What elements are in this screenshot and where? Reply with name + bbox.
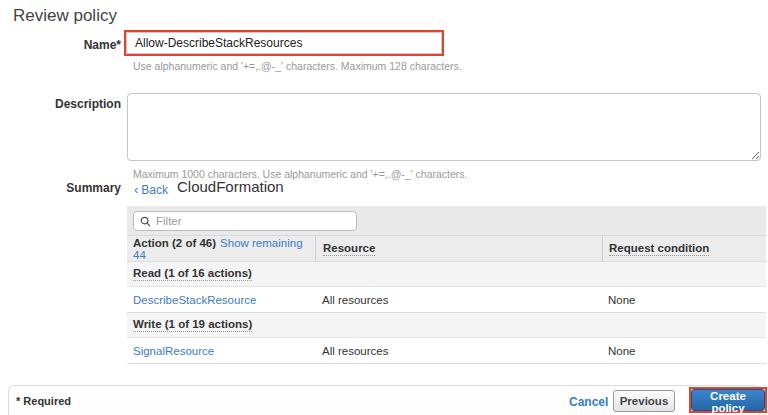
chevron-left-icon: ‹	[134, 182, 138, 197]
service-name: CloudFormation	[177, 178, 284, 195]
table-row: DescribeStackResource All resources None	[127, 286, 766, 312]
filter-strip	[127, 206, 766, 235]
resource-cell: All resources	[315, 345, 602, 357]
description-textarea[interactable]	[127, 93, 761, 161]
search-icon	[140, 216, 151, 227]
annotation-box-create-button: Create policy	[689, 387, 767, 413]
summary-label: Summary	[0, 181, 121, 195]
filter-input-wrap[interactable]	[133, 211, 357, 231]
back-link-label: Back	[141, 183, 168, 197]
condition-cell: None	[602, 345, 766, 357]
name-label: Name*	[0, 38, 121, 52]
group-row-write: Write (1 of 19 actions)	[127, 312, 766, 337]
description-label: Description	[0, 97, 121, 111]
annotation-box-name-input	[124, 30, 444, 56]
action-link-signalresource[interactable]: SignalResource	[133, 345, 214, 357]
required-note: * Required	[16, 395, 71, 407]
footer-bar: * Required Cancel Previous Create policy	[8, 385, 760, 415]
page-title: Review policy	[13, 6, 117, 26]
group-row-read: Read (1 of 16 actions)	[127, 261, 766, 286]
column-header-request-condition: Request condition	[602, 236, 766, 261]
create-policy-button[interactable]: Create policy	[691, 389, 765, 411]
name-help-text: Use alphanumeric and '+=,.@-_' character…	[133, 60, 462, 72]
column-header-action: Action (2 of 46)Show remaining 44	[127, 237, 315, 261]
back-link[interactable]: ‹Back	[134, 182, 168, 197]
table-header-row: Action (2 of 46)Show remaining 44 Resour…	[127, 235, 766, 261]
column-header-resource: Resource	[315, 236, 602, 261]
table-row: SignalResource All resources None	[127, 337, 766, 363]
filter-input[interactable]	[156, 215, 350, 227]
policy-name-input[interactable]	[126, 32, 442, 54]
cancel-link[interactable]: Cancel	[569, 395, 608, 409]
resource-cell: All resources	[315, 294, 602, 306]
condition-cell: None	[602, 294, 766, 306]
previous-button[interactable]: Previous	[613, 390, 675, 412]
action-link-describestackresource[interactable]: DescribeStackResource	[133, 294, 256, 306]
policy-summary-table: Action (2 of 46)Show remaining 44 Resour…	[127, 206, 766, 364]
